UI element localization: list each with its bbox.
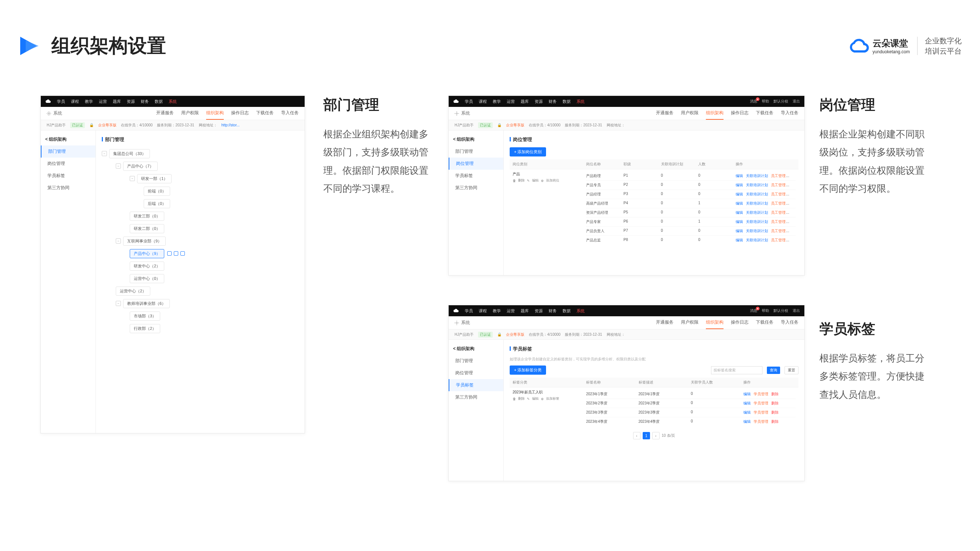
- tab-perm[interactable]: 用户权限: [681, 316, 698, 329]
- node-label[interactable]: 产品中心（7）: [123, 162, 158, 171]
- sidebar-item-dept[interactable]: 部门管理: [449, 355, 503, 367]
- nav-finance[interactable]: 财务: [141, 99, 149, 104]
- op-2[interactable]: 员工管理: [771, 183, 786, 187]
- expand-toggle[interactable]: −: [116, 164, 121, 168]
- tab-perm[interactable]: 用户权限: [681, 107, 698, 120]
- nav-bank[interactable]: 题库: [521, 308, 529, 314]
- branch-select[interactable]: 默认分校: [773, 308, 788, 313]
- op-1[interactable]: 关联培训计划: [746, 229, 768, 233]
- node-label[interactable]: 研发中心（2）: [130, 262, 164, 271]
- tree-node[interactable]: 前端（0）: [102, 185, 299, 197]
- nav-students[interactable]: 学员: [465, 308, 473, 314]
- op-0[interactable]: 编辑: [743, 419, 751, 424]
- node-label[interactable]: 运营中心（0）: [130, 274, 164, 283]
- nav-res[interactable]: 资源: [535, 99, 543, 104]
- nav-teach[interactable]: 教学: [493, 99, 501, 104]
- tree-node[interactable]: 研发中心（2）: [102, 260, 299, 272]
- node-label[interactable]: 运营中心（2）: [116, 286, 150, 296]
- sidebar-item-tags[interactable]: 学员标签: [41, 170, 95, 182]
- msg-link[interactable]: 消息●: [750, 99, 757, 104]
- op-1[interactable]: 关联培训计划: [746, 238, 768, 242]
- tree-node[interactable]: 研发二部（0）: [102, 222, 299, 235]
- op-2[interactable]: 员工管理: [771, 238, 786, 242]
- help-link[interactable]: 帮助: [762, 99, 769, 104]
- search-input[interactable]: 按标签名搜索: [711, 366, 762, 374]
- op-3[interactable]: 删除: [789, 220, 795, 224]
- add-category-button[interactable]: + 添加岗位类别: [510, 147, 546, 157]
- tab-download[interactable]: 下载任务: [756, 107, 773, 120]
- op-1[interactable]: 关联培训计划: [746, 192, 768, 196]
- op-2[interactable]: 员工管理: [771, 211, 786, 214]
- page-size[interactable]: 10 条/页: [662, 433, 675, 438]
- op-2[interactable]: 删除: [771, 392, 779, 396]
- tab-log[interactable]: 操作日志: [231, 107, 249, 120]
- op-0[interactable]: 编辑: [736, 238, 743, 242]
- tab-org[interactable]: 组织架构: [206, 107, 224, 120]
- cat-edit[interactable]: 编辑: [532, 396, 539, 401]
- sidebar-item-tags[interactable]: 学员标签: [449, 379, 503, 391]
- nav-courses[interactable]: 课程: [479, 308, 487, 314]
- tree-node[interactable]: 市场部（3）: [102, 310, 299, 322]
- search-button[interactable]: 查询: [767, 367, 780, 374]
- op-0[interactable]: 编辑: [736, 183, 743, 187]
- node-label[interactable]: 市场部（3）: [130, 311, 160, 321]
- node-label[interactable]: 前端（0）: [144, 187, 170, 196]
- branch-select[interactable]: 默认分校: [773, 99, 788, 104]
- op-3[interactable]: 删除: [789, 201, 795, 205]
- logout-link[interactable]: 退出: [792, 99, 800, 104]
- delete-icon[interactable]: [180, 251, 185, 256]
- op-0[interactable]: 编辑: [736, 211, 743, 214]
- op-2[interactable]: 员工管理: [771, 229, 786, 233]
- node-label[interactable]: 教师培训事业部（6）: [123, 299, 170, 308]
- op-3[interactable]: 删除: [789, 238, 795, 242]
- tree-node[interactable]: 产品中心（9）: [102, 247, 299, 260]
- op-1[interactable]: 学员管理: [754, 401, 768, 405]
- op-1[interactable]: 关联培训计划: [746, 211, 768, 214]
- nav-finance[interactable]: 财务: [549, 308, 557, 314]
- nav-teach[interactable]: 教学: [85, 99, 93, 104]
- tab-service[interactable]: 开通服务: [656, 107, 673, 120]
- logout-link[interactable]: 退出: [792, 308, 800, 313]
- nav-ops[interactable]: 运营: [507, 308, 515, 314]
- tab-import[interactable]: 导入任务: [781, 107, 799, 120]
- tree-node[interactable]: −教师培训事业部（6）: [102, 297, 299, 310]
- nav-finance[interactable]: 财务: [549, 99, 557, 104]
- op-2[interactable]: 删除: [771, 401, 779, 405]
- tab-org[interactable]: 组织架构: [706, 316, 724, 329]
- op-0[interactable]: 编辑: [736, 220, 743, 224]
- op-2[interactable]: 员工管理: [771, 201, 786, 205]
- op-0[interactable]: 编辑: [743, 401, 751, 405]
- edit-icon[interactable]: [167, 251, 172, 256]
- school-url[interactable]: http://stor...: [221, 123, 240, 127]
- tree-node[interactable]: −研发一部（1）: [102, 172, 299, 185]
- tree-node[interactable]: −集团总公司（33）: [102, 147, 299, 160]
- tab-import[interactable]: 导入任务: [281, 107, 299, 120]
- op-2[interactable]: 员工管理: [771, 220, 786, 224]
- sidebar-head[interactable]: < 组织架构: [41, 133, 95, 146]
- cat-delete[interactable]: 删除: [518, 396, 525, 401]
- node-label[interactable]: 行政部（2）: [130, 324, 160, 333]
- tab-service[interactable]: 开通服务: [156, 107, 174, 120]
- nav-system[interactable]: 系统: [576, 99, 585, 104]
- sidebar-item-thirdparty[interactable]: 第三方协同: [449, 182, 503, 194]
- nav-data[interactable]: 数据: [563, 99, 571, 104]
- next-page[interactable]: ›: [652, 432, 660, 439]
- tree-node[interactable]: 运营中心（2）: [102, 285, 299, 297]
- node-label[interactable]: 互联网事业部（9）: [123, 237, 166, 246]
- cat-edit[interactable]: 编辑: [532, 178, 539, 183]
- op-0[interactable]: 编辑: [736, 174, 743, 178]
- op-3[interactable]: 删除: [789, 183, 795, 187]
- op-3[interactable]: 删除: [789, 229, 795, 233]
- expand-toggle[interactable]: −: [116, 301, 121, 306]
- nav-teach[interactable]: 教学: [493, 308, 501, 314]
- sidebar-item-thirdparty[interactable]: 第三方协同: [449, 391, 503, 403]
- sidebar-item-dept[interactable]: 部门管理: [449, 146, 503, 157]
- cat-add[interactable]: 添加标签: [546, 396, 559, 401]
- sidebar-item-dept[interactable]: 部门管理: [41, 146, 95, 157]
- op-3[interactable]: 删除: [789, 174, 795, 178]
- expand-toggle[interactable]: −: [116, 238, 121, 243]
- tab-download[interactable]: 下载任务: [256, 107, 274, 120]
- nav-courses[interactable]: 课程: [479, 99, 487, 104]
- op-2[interactable]: 删除: [771, 419, 779, 424]
- op-3[interactable]: 删除: [789, 192, 795, 196]
